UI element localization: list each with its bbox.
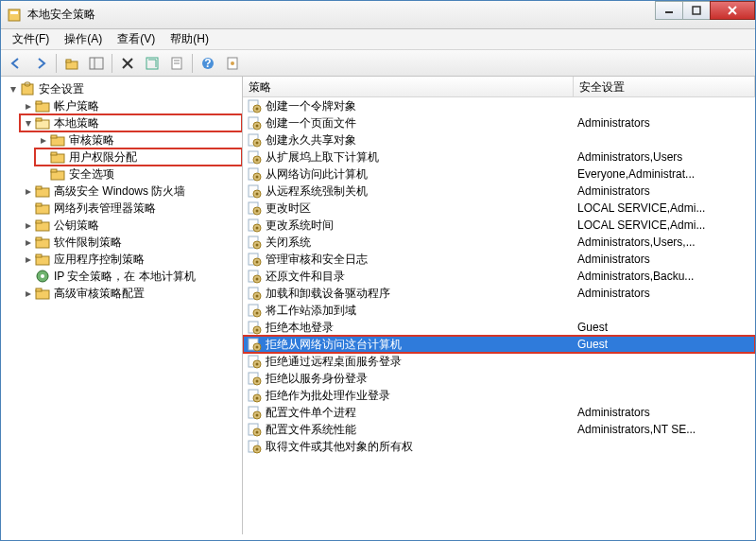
expand-icon[interactable]: ▸ <box>22 236 35 249</box>
cell-setting: Administrators,NT SE... <box>577 423 755 436</box>
tree-node-security-options[interactable]: ▸ 安全选项 <box>35 166 242 183</box>
tree-node-local-policies[interactable]: ▾ 本地策略 <box>20 114 242 131</box>
export-list-icon[interactable] <box>165 52 188 75</box>
list-row[interactable]: 创建永久共享对象 <box>243 131 755 148</box>
cell-policy: 更改时区 <box>266 201 577 217</box>
tree-node-app-control[interactable]: ▸ 应用程序控制策略 <box>20 251 242 268</box>
svg-point-51 <box>256 125 259 128</box>
cell-policy: 还原文件和目录 <box>266 269 577 285</box>
svg-point-84 <box>256 312 259 315</box>
collapse-icon[interactable]: ▾ <box>7 82 20 96</box>
tree-node-software-restriction[interactable]: ▸ 软件限制策略 <box>20 234 242 251</box>
help-icon[interactable]: ? <box>197 52 219 75</box>
svg-rect-25 <box>36 118 42 121</box>
show-hide-tree-icon[interactable] <box>85 52 108 75</box>
up-folder-icon[interactable] <box>60 52 83 75</box>
list-row[interactable]: 配置文件单个进程Administrators <box>243 404 755 421</box>
cell-policy: 拒绝通过远程桌面服务登录 <box>266 354 577 370</box>
column-header-policy[interactable]: 策略 <box>243 77 574 96</box>
list-row[interactable]: 从远程系统强制关机Administrators <box>243 183 755 200</box>
svg-point-66 <box>256 210 259 213</box>
list-row[interactable]: 更改时区LOCAL SERVICE,Admi... <box>243 200 755 217</box>
tree-node-label: 软件限制策略 <box>52 235 124 251</box>
list-row[interactable]: 取得文件或其他对象的所有权 <box>243 438 755 455</box>
cell-policy: 配置文件系统性能 <box>266 422 577 438</box>
cell-setting: Administrators,Users,... <box>577 236 755 249</box>
cell-setting: Administrators <box>577 253 755 266</box>
svg-point-60 <box>256 176 259 179</box>
properties-icon[interactable] <box>221 52 244 75</box>
svg-point-75 <box>256 261 259 264</box>
tree-root-label: 安全设置 <box>37 81 86 97</box>
tree-root[interactable]: ▾ 安全设置 <box>5 80 242 97</box>
tree-node-audit-policy[interactable]: ▸ 审核策略 <box>35 131 242 148</box>
list-row[interactable]: 关闭系统Administrators,Users,... <box>243 234 755 251</box>
list-row[interactable]: 拒绝作为批处理作业登录 <box>243 387 755 404</box>
tree-node-advanced-audit[interactable]: ▸ 高级审核策略配置 <box>20 285 242 302</box>
cell-policy: 从远程系统强制关机 <box>266 183 577 200</box>
list-row[interactable]: 配置文件系统性能Administrators,NT SE... <box>243 421 755 438</box>
list-row[interactable]: 更改系统时间LOCAL SERVICE,Admi... <box>243 217 755 234</box>
svg-point-105 <box>256 431 259 434</box>
list-row[interactable]: 将工作站添加到域 <box>243 302 755 319</box>
maximize-button[interactable] <box>682 1 711 20</box>
cell-setting: Guest <box>577 321 755 334</box>
cell-setting: Administrators <box>577 184 755 198</box>
list-row[interactable]: 拒绝本地登录Guest <box>243 319 755 336</box>
policy-icon <box>247 218 262 233</box>
toolbar-separator <box>112 54 112 73</box>
tree-node-public-key[interactable]: ▸ 公钥策略 <box>20 217 242 234</box>
tree-node-user-rights-assignment[interactable]: ▸ 用户权限分配 <box>35 148 242 166</box>
expand-icon[interactable]: ▸ <box>22 218 35 232</box>
list-row[interactable]: 从扩展坞上取下计算机Administrators,Users <box>243 148 755 166</box>
svg-text:?: ? <box>204 57 211 70</box>
tree-node-ip-security[interactable]: ▸ IP 安全策略，在 本地计算机 <box>20 268 242 285</box>
cell-setting: Administrators,Backu... <box>577 270 755 283</box>
tree-node-account-policies[interactable]: ▸ 帐户策略 <box>20 97 242 114</box>
expand-icon[interactable]: ▸ <box>22 287 35 300</box>
cell-policy: 更改系统时间 <box>266 218 577 234</box>
expand-icon[interactable]: ▸ <box>37 133 50 147</box>
list-row[interactable]: 创建一个令牌对象 <box>243 97 755 114</box>
menu-help[interactable]: 帮助(H) <box>163 29 216 49</box>
minimize-button[interactable] <box>655 1 683 20</box>
window-controls <box>656 1 755 20</box>
menu-view[interactable]: 查看(V) <box>110 29 163 49</box>
list-row[interactable]: 拒绝通过远程桌面服务登录 <box>243 353 755 370</box>
delete-icon[interactable] <box>116 52 139 75</box>
list-row[interactable]: 还原文件和目录Administrators,Backu... <box>243 268 755 285</box>
the-list[interactable]: 创建一个令牌对象创建一个页面文件Administrators创建永久共享对象从扩… <box>243 97 755 534</box>
column-header-setting[interactable]: 安全设置 <box>574 77 755 96</box>
refresh-icon[interactable] <box>141 52 163 75</box>
tree-node-label: 公钥策略 <box>52 218 101 234</box>
tree-pane[interactable]: ▾ 安全设置 ▸ 帐户策略 ▾ 本地策略 <box>1 77 243 534</box>
expand-icon[interactable]: ▸ <box>22 184 35 198</box>
svg-point-63 <box>256 193 259 196</box>
expand-icon[interactable]: ▸ <box>22 99 35 113</box>
collapse-icon[interactable]: ▾ <box>22 116 35 130</box>
tree-node-firewall[interactable]: ▸ 高级安全 Windows 防火墙 <box>20 183 242 200</box>
toolbar: ? <box>1 50 755 77</box>
tree-node-network-list[interactable]: ▸ 网络列表管理器策略 <box>20 200 242 217</box>
forward-icon[interactable] <box>29 52 52 75</box>
titlebar: 本地安全策略 <box>1 1 755 29</box>
app-icon <box>7 8 22 23</box>
list-row[interactable]: 从网络访问此计算机Everyone,Administrat... <box>243 166 755 183</box>
cell-setting: Administrators <box>577 287 755 300</box>
list-row[interactable]: 拒绝以服务身份登录 <box>243 370 755 387</box>
menu-action[interactable]: 操作(A) <box>57 29 110 49</box>
toolbar-separator <box>192 54 193 73</box>
menu-file[interactable]: 文件(F) <box>5 29 57 49</box>
cell-setting: Everyone,Administrat... <box>577 167 755 181</box>
list-row[interactable]: 管理审核和安全日志Administrators <box>243 251 755 268</box>
folder-icon <box>35 235 50 250</box>
list-row[interactable]: 加载和卸载设备驱动程序Administrators <box>243 285 755 302</box>
expand-icon[interactable]: ▸ <box>22 253 35 266</box>
list-pane: 策略 安全设置 创建一个令牌对象创建一个页面文件Administrators创建… <box>243 77 755 534</box>
list-row[interactable]: 创建一个页面文件Administrators <box>243 114 755 131</box>
close-button[interactable] <box>710 1 755 20</box>
cell-policy: 配置文件单个进程 <box>266 405 577 421</box>
back-icon[interactable] <box>5 52 27 75</box>
svg-rect-37 <box>36 220 42 223</box>
list-row[interactable]: 拒绝从网络访问这台计算机Guest <box>243 336 755 353</box>
